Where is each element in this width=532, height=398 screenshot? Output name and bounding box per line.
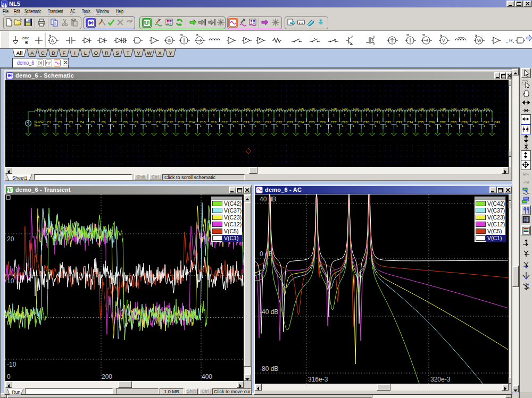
svg-text:320e-3: 320e-3 — [430, 376, 451, 383]
svg-text:O: O — [94, 50, 98, 56]
svg-text:V: V — [137, 50, 140, 56]
svg-text:L12: L12 — [157, 107, 163, 111]
svg-text:L15: L15 — [189, 107, 195, 111]
svg-text:400: 400 — [202, 373, 212, 380]
svg-text:L: L — [84, 50, 87, 56]
svg-text:-80 dB: -80 dB — [260, 365, 278, 372]
svg-text:Sine: Sine — [34, 124, 40, 127]
svg-text:316e-3: 316e-3 — [308, 376, 328, 383]
svg-text:L16: L16 — [201, 107, 206, 111]
svg-text:L3: L3 — [59, 107, 62, 111]
svg-text:L8: L8 — [113, 107, 117, 111]
svg-text:All: All — [16, 50, 22, 56]
svg-text:L7: L7 — [102, 107, 106, 111]
svg-text:L41: L41 — [473, 107, 479, 111]
svg-text:C6: C6 — [102, 121, 106, 124]
svg-text:C5: C5 — [91, 121, 95, 124]
svg-text:Run: Run — [12, 389, 21, 395]
svg-text:L20: L20 — [244, 107, 250, 111]
svg-text:C18: C18 — [232, 121, 239, 124]
svg-text:0: 0 — [7, 373, 11, 380]
svg-text:L13: L13 — [168, 107, 173, 111]
svg-text:C35: C35 — [418, 121, 425, 124]
svg-text:-10: -10 — [7, 361, 16, 368]
svg-text:W: W — [147, 50, 152, 56]
svg-text:C16: C16 — [211, 121, 217, 124]
svg-text:C2: C2 — [58, 121, 62, 124]
svg-text:C10: C10 — [145, 121, 152, 124]
svg-text:L4: L4 — [70, 107, 73, 111]
svg-text:-40 dB: -40 dB — [260, 308, 278, 316]
svg-text:L5: L5 — [80, 107, 84, 111]
svg-text:C41: C41 — [484, 121, 490, 124]
svg-text:L40: L40 — [462, 107, 468, 111]
svg-text:C1: C1 — [47, 121, 52, 124]
svg-text:C42: C42 — [494, 121, 501, 124]
svg-text:Y: Y — [169, 50, 172, 56]
svg-text:L42: L42 — [484, 107, 490, 111]
svg-text:L27: L27 — [320, 107, 326, 111]
svg-text:C31: C31 — [375, 121, 381, 124]
svg-text:C24: C24 — [298, 121, 304, 124]
svg-text:C36: C36 — [429, 121, 435, 124]
svg-text:L31: L31 — [364, 107, 370, 111]
svg-text:F: F — [63, 50, 66, 56]
svg-text:X: X — [158, 50, 162, 56]
svg-text:L35: L35 — [408, 107, 413, 111]
svg-text:20: 20 — [7, 235, 14, 243]
svg-text:L34: L34 — [397, 107, 403, 111]
svg-text:200: 200 — [102, 373, 112, 380]
svg-text:C39: C39 — [462, 121, 468, 124]
svg-text:R: R — [509, 38, 513, 43]
svg-text:C28: C28 — [342, 121, 348, 124]
svg-text:L18: L18 — [222, 107, 228, 111]
svg-text:C14: C14 — [189, 121, 195, 124]
svg-text:C27: C27 — [331, 121, 337, 124]
svg-text:L32: L32 — [375, 107, 381, 111]
svg-text:L30: L30 — [353, 107, 359, 111]
svg-text:V: V — [442, 38, 445, 43]
svg-text:C19: C19 — [244, 121, 250, 124]
svg-text:L37: L37 — [429, 107, 435, 111]
svg-text:R: R — [105, 50, 109, 56]
svg-text:L39: L39 — [451, 107, 457, 111]
svg-text:C15: C15 — [200, 121, 206, 124]
svg-text:C9: C9 — [135, 121, 139, 124]
svg-text:C23: C23 — [287, 121, 294, 124]
svg-text:A: A — [30, 50, 34, 56]
svg-text:L26: L26 — [310, 107, 315, 111]
svg-text:C4: C4 — [80, 121, 84, 124]
svg-text:L9: L9 — [124, 107, 128, 111]
svg-text:C20: C20 — [254, 121, 261, 124]
svg-text:L28: L28 — [331, 107, 337, 111]
svg-text:L21: L21 — [255, 107, 261, 111]
svg-text:L14: L14 — [179, 107, 185, 111]
svg-text:C3: C3 — [69, 121, 73, 124]
svg-text:L29: L29 — [342, 107, 348, 111]
svg-text:L1: L1 — [37, 107, 41, 111]
svg-text:C33: C33 — [396, 121, 403, 124]
svg-text:L11: L11 — [146, 107, 151, 111]
svg-text:L38: L38 — [440, 107, 446, 111]
svg-text:C29: C29 — [353, 121, 359, 124]
svg-text:C17: C17 — [222, 121, 228, 124]
svg-text:C25: C25 — [309, 121, 315, 124]
svg-text:C7: C7 — [113, 121, 117, 124]
svg-text:40 dB: 40 dB — [260, 196, 276, 203]
svg-text:C30: C30 — [363, 121, 370, 124]
svg-text:abc: abc — [22, 36, 29, 40]
svg-text:C12: C12 — [167, 121, 173, 124]
svg-text:C26: C26 — [320, 121, 326, 124]
svg-text:L24: L24 — [288, 107, 294, 111]
svg-text:W: W — [477, 38, 481, 43]
svg-text:C40: C40 — [472, 121, 479, 124]
svg-text:A: A — [51, 38, 54, 43]
svg-text:L2: L2 — [48, 107, 52, 111]
svg-text:C13: C13 — [178, 121, 185, 124]
svg-text:D: D — [52, 50, 55, 56]
svg-text:G: G — [168, 38, 171, 43]
svg-text:L10: L10 — [135, 107, 141, 111]
svg-text:L17: L17 — [211, 107, 217, 111]
svg-text:S: S — [115, 50, 119, 56]
svg-text:T: T — [127, 50, 130, 56]
